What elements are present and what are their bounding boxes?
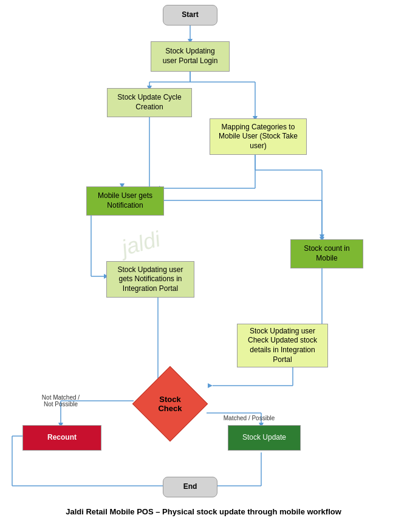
stock-count-node: Stock count in Mobile: [290, 239, 363, 268]
stock-check-diamond: Stock Check: [128, 377, 213, 431]
diagram-container: jaldi Start Stock Updating user Portal L…: [0, 0, 407, 522]
end-node: End: [163, 477, 217, 497]
recount-node: Recount: [22, 425, 101, 451]
portal-login-node: Stock Updating user Portal Login: [151, 41, 230, 72]
not-matched-label: Not Matched / Not Possible: [30, 387, 91, 408]
mobile-notification-node: Mobile User gets Notification: [86, 186, 164, 216]
caption: Jaldi Retail Mobile POS – Physical stock…: [0, 507, 407, 516]
cycle-creation-node: Stock Update Cycle Creation: [107, 88, 192, 117]
portal-notification-node: Stock Updating user gets Notifications i…: [106, 261, 194, 298]
stock-update-node: Stock Update: [228, 425, 301, 451]
matched-label: Matched / Possible: [216, 408, 282, 421]
check-updated-node: Stock Updating user Check Updated stock …: [237, 324, 328, 367]
mapping-node: Mapping Categories to Mobile User (Stock…: [210, 118, 307, 155]
watermark: jaldi: [119, 226, 163, 261]
start-node: Start: [163, 5, 217, 26]
stock-check-label: Stock Check: [149, 395, 191, 413]
svg-marker-21: [320, 234, 324, 239]
